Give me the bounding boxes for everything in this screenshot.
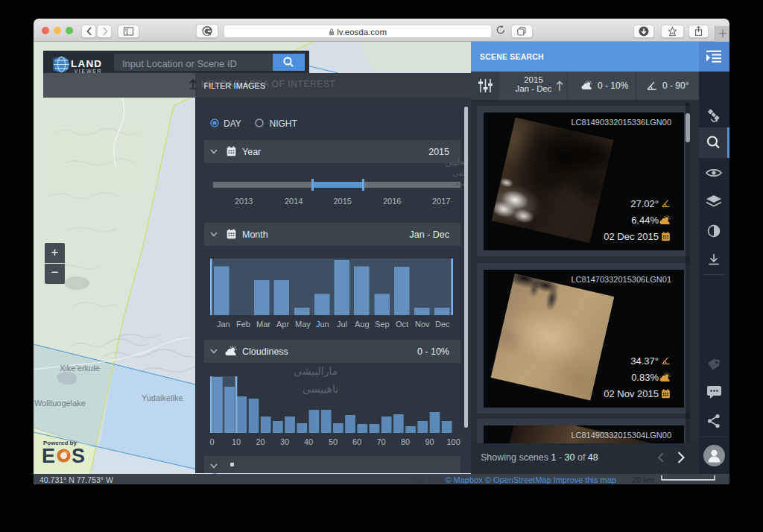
svg-text:Xike’erkule: Xike’erkule (60, 364, 100, 373)
svg-text:Yudaikelike: Yudaikelike (142, 393, 183, 402)
svg-text:Wolituogelake: Wolituogelake (34, 399, 86, 408)
